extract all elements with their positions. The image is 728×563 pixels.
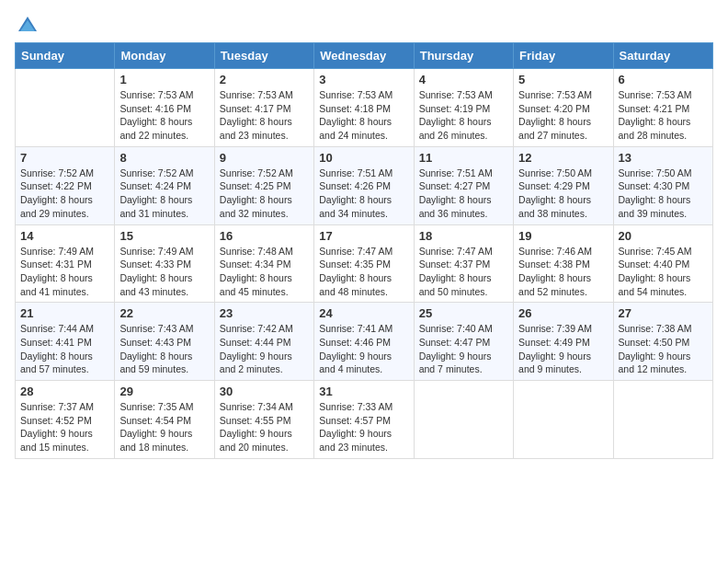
calendar-cell: 8Sunrise: 7:52 AMSunset: 4:24 PMDaylight… (115, 146, 214, 224)
day-number: 3 (319, 73, 408, 86)
day-info: Sunrise: 7:51 AMSunset: 4:26 PMDaylight:… (319, 167, 408, 221)
calendar-cell (613, 381, 712, 459)
calendar-header-monday: Monday (115, 43, 214, 69)
calendar-cell: 19Sunrise: 7:46 AMSunset: 4:38 PMDayligh… (514, 224, 613, 303)
day-info: Sunrise: 7:53 AMSunset: 4:18 PMDaylight:… (319, 88, 408, 143)
logo (15, 15, 39, 37)
day-number: 11 (419, 151, 508, 165)
day-number: 10 (319, 151, 408, 165)
day-number: 20 (619, 229, 708, 243)
day-info: Sunrise: 7:49 AMSunset: 4:33 PMDaylight:… (119, 245, 209, 299)
day-info: Sunrise: 7:39 AMSunset: 4:49 PMDaylight:… (518, 322, 608, 376)
day-number: 7 (20, 151, 109, 165)
day-info: Sunrise: 7:34 AMSunset: 4:55 PMDaylight:… (220, 400, 309, 454)
day-info: Sunrise: 7:51 AMSunset: 4:27 PMDaylight:… (419, 167, 508, 221)
day-number: 16 (220, 229, 309, 243)
logo-icon (17, 15, 39, 37)
day-info: Sunrise: 7:44 AMSunset: 4:41 PMDaylight:… (20, 322, 109, 376)
day-info: Sunrise: 7:45 AMSunset: 4:40 PMDaylight:… (619, 245, 708, 299)
day-info: Sunrise: 7:53 AMSunset: 4:19 PMDaylight:… (419, 88, 508, 143)
calendar-cell (414, 381, 513, 459)
calendar-header-row: SundayMondayTuesdayWednesdayThursdayFrid… (16, 43, 713, 69)
calendar-cell: 13Sunrise: 7:50 AMSunset: 4:30 PMDayligh… (613, 146, 712, 224)
calendar-header-sunday: Sunday (16, 43, 115, 69)
calendar-cell: 18Sunrise: 7:47 AMSunset: 4:37 PMDayligh… (414, 224, 513, 303)
day-info: Sunrise: 7:33 AMSunset: 4:57 PMDaylight:… (319, 400, 408, 454)
day-number: 19 (518, 229, 608, 243)
calendar-header-friday: Friday (514, 43, 613, 69)
calendar-header-tuesday: Tuesday (214, 43, 313, 69)
calendar-week-row: 1Sunrise: 7:53 AMSunset: 4:16 PMDaylight… (16, 69, 713, 147)
calendar-cell: 7Sunrise: 7:52 AMSunset: 4:22 PMDaylight… (16, 146, 115, 224)
day-number: 9 (220, 151, 309, 165)
calendar-week-row: 28Sunrise: 7:37 AMSunset: 4:52 PMDayligh… (16, 381, 713, 459)
day-info: Sunrise: 7:52 AMSunset: 4:24 PMDaylight:… (119, 167, 209, 221)
calendar-cell: 23Sunrise: 7:42 AMSunset: 4:44 PMDayligh… (214, 303, 313, 381)
day-info: Sunrise: 7:41 AMSunset: 4:46 PMDaylight:… (319, 322, 408, 376)
day-number: 8 (119, 151, 209, 165)
calendar-cell (16, 69, 115, 147)
page-header (15, 15, 713, 37)
day-info: Sunrise: 7:52 AMSunset: 4:22 PMDaylight:… (20, 167, 109, 221)
day-number: 30 (220, 385, 309, 398)
day-number: 31 (319, 385, 408, 398)
day-info: Sunrise: 7:48 AMSunset: 4:34 PMDaylight:… (220, 245, 309, 299)
calendar-cell: 22Sunrise: 7:43 AMSunset: 4:43 PMDayligh… (115, 303, 214, 381)
calendar-header-saturday: Saturday (613, 43, 712, 69)
day-info: Sunrise: 7:38 AMSunset: 4:50 PMDaylight:… (619, 322, 708, 376)
day-info: Sunrise: 7:47 AMSunset: 4:37 PMDaylight:… (419, 245, 508, 299)
calendar-table: SundayMondayTuesdayWednesdayThursdayFrid… (15, 42, 713, 459)
day-info: Sunrise: 7:53 AMSunset: 4:17 PMDaylight:… (220, 88, 309, 143)
day-info: Sunrise: 7:46 AMSunset: 4:38 PMDaylight:… (518, 245, 608, 299)
day-number: 28 (20, 385, 109, 398)
calendar-header-wednesday: Wednesday (314, 43, 414, 69)
day-info: Sunrise: 7:53 AMSunset: 4:16 PMDaylight:… (119, 88, 209, 143)
day-number: 29 (119, 385, 209, 398)
day-number: 13 (619, 151, 708, 165)
calendar-cell: 16Sunrise: 7:48 AMSunset: 4:34 PMDayligh… (214, 224, 313, 303)
calendar-cell: 1Sunrise: 7:53 AMSunset: 4:16 PMDaylight… (115, 69, 214, 147)
calendar-cell: 25Sunrise: 7:40 AMSunset: 4:47 PMDayligh… (414, 303, 513, 381)
day-info: Sunrise: 7:35 AMSunset: 4:54 PMDaylight:… (119, 400, 209, 454)
calendar-cell: 24Sunrise: 7:41 AMSunset: 4:46 PMDayligh… (314, 303, 414, 381)
calendar-cell: 28Sunrise: 7:37 AMSunset: 4:52 PMDayligh… (16, 381, 115, 459)
day-number: 6 (619, 73, 708, 86)
calendar-cell: 17Sunrise: 7:47 AMSunset: 4:35 PMDayligh… (314, 224, 414, 303)
day-info: Sunrise: 7:40 AMSunset: 4:47 PMDaylight:… (419, 322, 508, 376)
calendar-cell: 15Sunrise: 7:49 AMSunset: 4:33 PMDayligh… (115, 224, 214, 303)
day-number: 5 (518, 73, 608, 86)
day-info: Sunrise: 7:50 AMSunset: 4:29 PMDaylight:… (518, 167, 608, 221)
calendar-cell: 20Sunrise: 7:45 AMSunset: 4:40 PMDayligh… (613, 224, 712, 303)
calendar-cell: 9Sunrise: 7:52 AMSunset: 4:25 PMDaylight… (214, 146, 313, 224)
day-number: 12 (518, 151, 608, 165)
calendar-cell: 31Sunrise: 7:33 AMSunset: 4:57 PMDayligh… (314, 381, 414, 459)
day-number: 18 (419, 229, 508, 243)
day-number: 2 (220, 73, 309, 86)
calendar-cell: 4Sunrise: 7:53 AMSunset: 4:19 PMDaylight… (414, 69, 513, 147)
day-info: Sunrise: 7:50 AMSunset: 4:30 PMDaylight:… (619, 167, 708, 221)
calendar-cell: 26Sunrise: 7:39 AMSunset: 4:49 PMDayligh… (514, 303, 613, 381)
day-number: 25 (419, 306, 508, 320)
calendar-cell: 11Sunrise: 7:51 AMSunset: 4:27 PMDayligh… (414, 146, 513, 224)
calendar-cell: 29Sunrise: 7:35 AMSunset: 4:54 PMDayligh… (115, 381, 214, 459)
day-info: Sunrise: 7:43 AMSunset: 4:43 PMDaylight:… (119, 322, 209, 376)
calendar-cell: 14Sunrise: 7:49 AMSunset: 4:31 PMDayligh… (16, 224, 115, 303)
day-number: 22 (119, 306, 209, 320)
calendar-cell: 5Sunrise: 7:53 AMSunset: 4:20 PMDaylight… (514, 69, 613, 147)
calendar-cell (514, 381, 613, 459)
day-info: Sunrise: 7:52 AMSunset: 4:25 PMDaylight:… (220, 167, 309, 221)
calendar-cell: 27Sunrise: 7:38 AMSunset: 4:50 PMDayligh… (613, 303, 712, 381)
day-number: 21 (20, 306, 109, 320)
day-info: Sunrise: 7:49 AMSunset: 4:31 PMDaylight:… (20, 245, 109, 299)
day-info: Sunrise: 7:53 AMSunset: 4:20 PMDaylight:… (518, 88, 608, 143)
day-info: Sunrise: 7:42 AMSunset: 4:44 PMDaylight:… (220, 322, 309, 376)
calendar-cell: 6Sunrise: 7:53 AMSunset: 4:21 PMDaylight… (613, 69, 712, 147)
day-number: 17 (319, 229, 408, 243)
calendar-cell: 10Sunrise: 7:51 AMSunset: 4:26 PMDayligh… (314, 146, 414, 224)
calendar-week-row: 7Sunrise: 7:52 AMSunset: 4:22 PMDaylight… (16, 146, 713, 224)
calendar-week-row: 21Sunrise: 7:44 AMSunset: 4:41 PMDayligh… (16, 303, 713, 381)
day-number: 24 (319, 306, 408, 320)
calendar-cell: 2Sunrise: 7:53 AMSunset: 4:17 PMDaylight… (214, 69, 313, 147)
day-info: Sunrise: 7:37 AMSunset: 4:52 PMDaylight:… (20, 400, 109, 454)
calendar-cell: 12Sunrise: 7:50 AMSunset: 4:29 PMDayligh… (514, 146, 613, 224)
